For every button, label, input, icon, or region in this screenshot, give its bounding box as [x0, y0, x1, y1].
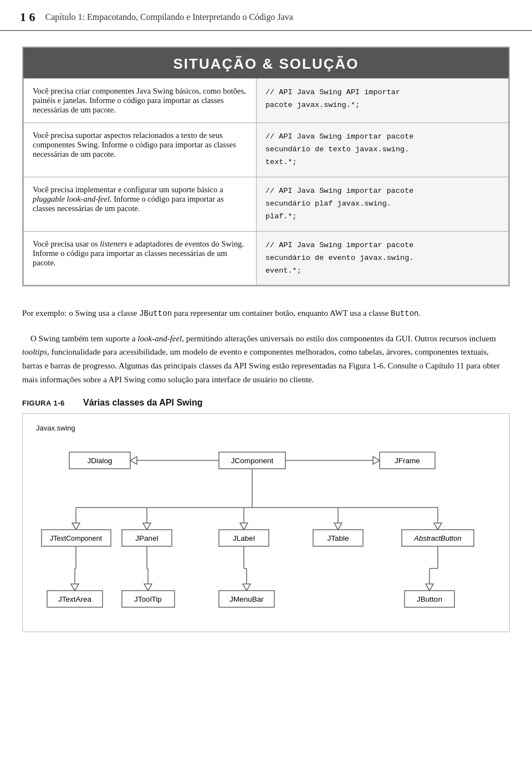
label-jtable: JTable	[327, 534, 349, 542]
arrow-to-jpanel	[143, 523, 151, 530]
situation-header: SITUAÇÃO & SOLUÇÃO	[23, 48, 509, 78]
situation-right-1: // API Java Swing importar pacote secund…	[257, 123, 509, 177]
arrow-to-jtextcomp	[72, 523, 80, 530]
label-jbutton: JButton	[417, 595, 442, 603]
label-jframe: JFrame	[395, 457, 420, 465]
label-jdialog: JDialog	[87, 457, 112, 465]
page-number: 1 6	[20, 10, 35, 24]
package-label: Javax.swing	[36, 424, 496, 432]
situation-right-0: // API Java Swing API importar pacote ja…	[257, 79, 509, 123]
situation-solution-box: SITUAÇÃO & SOLUÇÃO Você precisa criar co…	[22, 47, 510, 286]
class-diagram-svg: JDialog JComponent JFrame JTextComponent…	[36, 441, 518, 618]
look-and-feel-em: look-and-feel	[137, 334, 182, 343]
arrow-jcomp-jdialog	[130, 457, 137, 464]
body-paragraph-2: O Swing também tem suporte a look-and-fe…	[22, 332, 510, 387]
situation-left-1: Você precisa suportar aspectos relaciona…	[24, 123, 257, 177]
figure-label: FIGURA 1-6	[22, 399, 83, 407]
main-content: SITUAÇÃO & SOLUÇÃO Você precisa criar co…	[0, 31, 532, 643]
arrow-to-jbutton	[426, 584, 433, 591]
button-code: Button	[391, 309, 418, 318]
situation-right-2: // API Java Swing importar pacote secund…	[257, 177, 509, 231]
page-header: 1 6 Capítulo 1: Empacotando, Compilando …	[0, 0, 532, 31]
tooltips-em: tooltips	[22, 347, 47, 356]
situation-left-3: Você precisa usar os listeners e adaptad…	[24, 231, 257, 285]
label-jtooltip: JToolTip	[134, 595, 162, 603]
figure-caption: Várias classes da API Swing	[83, 398, 203, 408]
jbutton-code: JButton	[139, 309, 172, 318]
arrow-to-abstractbutton	[434, 523, 442, 530]
arrow-to-jtooltip	[144, 584, 152, 591]
label-jcomponent: JComponent	[231, 457, 274, 465]
label-jpanel: JPanel	[135, 534, 158, 542]
situation-table: Você precisa criar componentes Java Swin…	[23, 78, 509, 285]
arrow-to-jtextarea	[71, 584, 79, 591]
label-jlabel: JLabel	[233, 534, 255, 542]
arrow-to-jmenubar	[243, 584, 250, 591]
situation-left-2: Você precisa implementar e configurar um…	[24, 177, 257, 231]
arrow-to-jlabel	[240, 523, 248, 530]
label-abstractbutton: AbstractButton	[413, 534, 461, 542]
arrow-jcomp-jframe	[373, 457, 380, 464]
label-jmenubar: JMenuBar	[229, 595, 264, 603]
diagram-container: Javax.swing JDialog JComponent JFrame	[22, 413, 510, 632]
arrow-to-jtable	[334, 523, 342, 530]
situation-left-0: Você precisa criar componentes Java Swin…	[24, 79, 257, 123]
chapter-title: Capítulo 1: Empacotando, Compilando e In…	[45, 12, 293, 22]
body-paragraph-1: Por exemplo: o Swing usa a classe JButto…	[22, 306, 510, 320]
label-jtextcomponent: JTextComponent	[50, 535, 102, 542]
label-jtextarea: JTextArea	[58, 595, 92, 603]
situation-right-3: // API Java Swing importar pacote secund…	[257, 231, 509, 285]
figure-label-row: FIGURA 1-6 Várias classes da API Swing	[22, 398, 510, 408]
